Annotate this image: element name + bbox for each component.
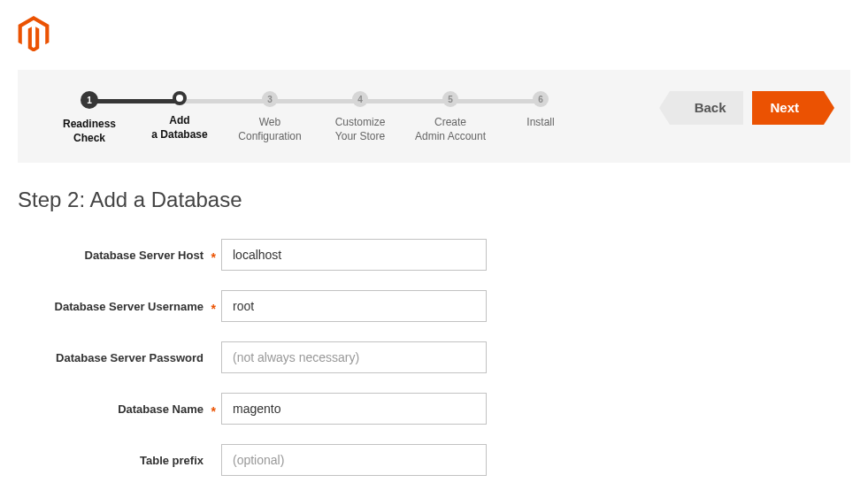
nav-buttons: Back Next: [670, 91, 824, 125]
input-db-password[interactable]: [221, 341, 487, 373]
label-db-user: Database Server Username: [18, 300, 221, 313]
input-db-user[interactable]: [221, 290, 487, 322]
step-connector: [180, 99, 270, 103]
step-circle-6: 6: [533, 91, 549, 107]
back-button[interactable]: Back: [670, 91, 744, 125]
content-area: Step 2: Add a Database Database Server H…: [0, 163, 868, 498]
step-label-1: Readiness Check: [63, 118, 116, 145]
label-db-host: Database Server Host: [18, 249, 221, 262]
steps-container: 1Readiness Check2Add a Database3Web Conf…: [44, 91, 586, 145]
step-connector: [270, 99, 360, 103]
form-row-password: Database Server Password: [18, 341, 850, 373]
input-db-host[interactable]: [221, 239, 487, 271]
label-db-password: Database Server Password: [18, 351, 221, 364]
step-label-3: Web Configuration: [238, 116, 301, 143]
label-db-name: Database Name: [18, 402, 221, 416]
input-db-name[interactable]: [221, 393, 487, 425]
step-label-2: Add a Database: [151, 114, 207, 142]
magento-logo-icon: [18, 40, 50, 54]
step-1[interactable]: 1Readiness Check: [44, 91, 134, 145]
label-table-prefix: Table prefix: [18, 454, 221, 467]
step-circle-4: 4: [352, 91, 368, 107]
step-connector: [89, 99, 180, 103]
next-button[interactable]: Next: [752, 91, 824, 125]
input-table-prefix[interactable]: [221, 444, 487, 476]
wizard-progress-bar: 1Readiness Check2Add a Database3Web Conf…: [18, 70, 850, 163]
form-row-prefix: Table prefix: [18, 444, 850, 476]
page-title: Step 2: Add a Database: [18, 188, 850, 212]
form-row-host: Database Server Host: [18, 239, 850, 271]
step-circle-1: 1: [81, 91, 98, 109]
step-label-6: Install: [526, 116, 554, 130]
step-connector: [450, 99, 541, 103]
step-connector: [360, 99, 450, 103]
step-circle-5: 5: [442, 91, 458, 107]
step-circle-3: 3: [262, 91, 278, 107]
form-row-dbname: Database Name: [18, 393, 850, 425]
step-label-4: Customize Your Store: [335, 116, 386, 143]
step-circle-2: 2: [173, 91, 187, 105]
form-row-user: Database Server Username: [18, 290, 850, 322]
step-label-5: Create Admin Account: [415, 116, 486, 143]
header: [0, 0, 868, 70]
step-6[interactable]: 6Install: [495, 91, 586, 130]
